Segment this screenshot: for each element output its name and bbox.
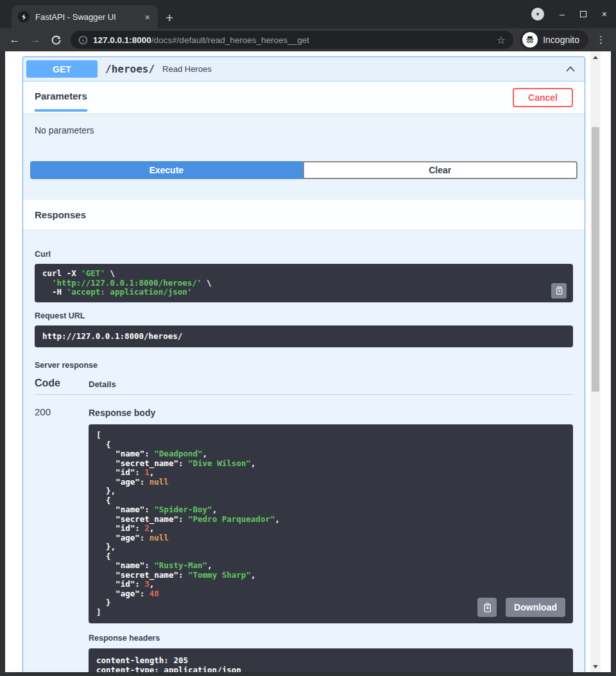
url-path: /docs#/default/read_heroes_heroes__get <box>151 35 309 45</box>
vertical-scrollbar[interactable] <box>590 51 601 672</box>
fastapi-favicon-icon <box>18 11 30 22</box>
copy-response-button[interactable] <box>477 598 497 617</box>
window-controls: ▾ – × <box>531 8 607 21</box>
new-tab-button[interactable]: + <box>166 11 173 24</box>
site-info-icon[interactable] <box>78 35 88 45</box>
scroll-down-icon[interactable] <box>590 662 601 671</box>
browser-tab[interactable]: FastAPI - Swagger UI × <box>12 5 158 28</box>
download-button[interactable]: Download <box>506 598 565 617</box>
scrollbar-thumb[interactable] <box>592 127 599 392</box>
http-method-badge: GET <box>26 60 98 78</box>
execute-wrapper: Execute Clear <box>23 161 585 192</box>
browser-window: FastAPI - Swagger UI × + ▾ – × ← → 1 <box>0 0 616 676</box>
responses-section-header: Responses <box>23 200 585 230</box>
copy-curl-button[interactable] <box>551 283 567 299</box>
response-details: Response body [ { "name": "Deadpond", "s… <box>89 406 573 672</box>
opblock-get-heroes: GET /heroes/ Read Heroes Parameters Canc… <box>22 56 585 672</box>
tab-title: FastAPI - Swagger UI <box>35 12 137 22</box>
request-url-label: Request URL <box>35 311 573 320</box>
chevron-up-icon[interactable] <box>564 63 577 76</box>
tab-close-icon[interactable]: × <box>143 12 151 22</box>
response-body-block: [ { "name": "Deadpond", "secret_name": "… <box>89 424 573 623</box>
tab-bar: FastAPI - Swagger UI × + ▾ – × <box>0 0 616 28</box>
response-headers-label: Response headers <box>89 634 573 643</box>
bookmark-star-icon[interactable]: ☆ <box>497 34 506 46</box>
server-response-label: Server response <box>35 361 573 370</box>
parameters-section-header: Parameters Cancel <box>23 82 585 114</box>
response-body-actions: Download <box>477 598 565 617</box>
page-viewport: GET /heroes/ Read Heroes Parameters Canc… <box>5 51 611 672</box>
forward-icon[interactable]: → <box>27 31 44 48</box>
scroll-up-icon[interactable] <box>590 53 601 62</box>
swagger-page: GET /heroes/ Read Heroes Parameters Canc… <box>5 51 590 672</box>
execute-button[interactable]: Execute <box>30 161 303 179</box>
reload-icon[interactable] <box>47 31 64 48</box>
request-url-block: http://127.0.0.1:8000/heroes/ <box>35 325 573 348</box>
response-body-label: Response body <box>89 408 573 418</box>
status-code: 200 <box>35 406 89 672</box>
minimize-button[interactable]: – <box>560 10 565 19</box>
incognito-badge: Incognito <box>520 30 588 49</box>
incognito-label: Incognito <box>543 35 579 45</box>
response-table-header: Code Details <box>35 377 573 395</box>
code-column-header: Code <box>35 377 89 389</box>
menu-icon[interactable]: ⋮ <box>592 34 610 46</box>
no-parameters-text: No parameters <box>23 114 585 161</box>
close-button[interactable]: × <box>602 10 607 19</box>
curl-command-block: curl -X 'GET' \ 'http://127.0.0.1:8000/h… <box>35 264 573 302</box>
maximize-button[interactable] <box>580 11 586 17</box>
responses-inner: Curl curl -X 'GET' \ 'http://127.0.0.1:8… <box>23 230 585 672</box>
tab-parameters[interactable]: Parameters <box>35 91 87 112</box>
back-icon[interactable]: ← <box>6 31 23 48</box>
clear-button[interactable]: Clear <box>303 161 578 179</box>
response-row: 200 Response body [ { "name": "Deadpond"… <box>35 406 573 672</box>
endpoint-path: /heroes/ <box>105 63 155 75</box>
details-column-header: Details <box>89 377 116 389</box>
browser-toolbar: ← → 127.0.0.1:8000/docs#/default/read_he… <box>0 28 616 51</box>
curl-label: Curl <box>35 250 573 259</box>
url-text[interactable]: 127.0.0.1:8000/docs#/default/read_heroes… <box>93 35 492 45</box>
endpoint-summary: Read Heroes <box>162 64 212 74</box>
response-headers-block: content-length: 205content-type: applica… <box>89 648 573 672</box>
tab-search-icon[interactable]: ▾ <box>531 8 544 21</box>
url-host: 127.0.0.1:8000 <box>93 35 151 45</box>
incognito-icon <box>522 32 538 48</box>
opblock-summary[interactable]: GET /heroes/ Read Heroes <box>23 57 585 82</box>
cancel-button[interactable]: Cancel <box>513 88 573 107</box>
url-bar[interactable]: 127.0.0.1:8000/docs#/default/read_heroes… <box>71 31 513 49</box>
